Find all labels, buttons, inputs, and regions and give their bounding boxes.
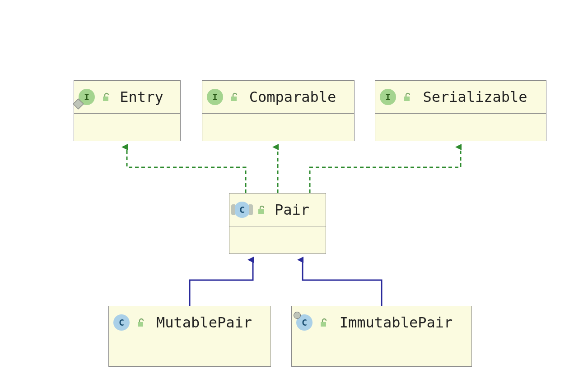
interface-icon: I bbox=[79, 89, 95, 105]
node-serializable: I Serializable bbox=[375, 80, 546, 141]
edge-pair-entry bbox=[127, 147, 246, 193]
node-header: C Pair bbox=[229, 194, 326, 226]
node-entry: I Entry bbox=[74, 80, 181, 141]
node-name: Comparable bbox=[239, 88, 350, 106]
unlock-icon bbox=[135, 318, 146, 327]
edge-mutable-pair bbox=[190, 260, 253, 306]
node-body bbox=[202, 114, 354, 141]
node-immutablepair: C ImmutablePair bbox=[291, 306, 472, 367]
node-body bbox=[292, 339, 471, 366]
interface-icon: I bbox=[380, 89, 396, 105]
node-body bbox=[375, 114, 546, 141]
unlock-icon bbox=[100, 92, 111, 102]
final-badge-icon bbox=[294, 312, 301, 319]
unlock-icon bbox=[229, 92, 239, 102]
node-name: Serializable bbox=[412, 88, 541, 106]
class-icon: C bbox=[234, 202, 250, 218]
class-icon: C bbox=[113, 314, 130, 331]
node-body bbox=[109, 339, 271, 366]
node-header: C MutablePair bbox=[109, 306, 271, 339]
node-comparable: I Comparable bbox=[202, 80, 355, 141]
node-name: ImmutablePair bbox=[329, 314, 467, 331]
unlock-icon bbox=[256, 205, 266, 215]
node-name: Entry bbox=[111, 88, 176, 106]
edge-immutable-pair bbox=[303, 260, 382, 306]
uml-diagram: I Entry I Compara bbox=[0, 0, 588, 387]
node-name: MutablePair bbox=[146, 314, 266, 331]
node-mutablepair: C MutablePair bbox=[108, 306, 271, 367]
node-name: Pair bbox=[266, 201, 321, 218]
abstract-badge-icon bbox=[249, 204, 253, 215]
node-header: C ImmutablePair bbox=[292, 306, 471, 339]
node-body bbox=[229, 226, 326, 253]
edge-pair-serializable bbox=[310, 147, 461, 193]
class-icon: C bbox=[296, 314, 313, 331]
node-header: I Comparable bbox=[202, 81, 354, 114]
node-header: I Entry bbox=[74, 81, 180, 114]
node-pair: C Pair bbox=[229, 193, 326, 254]
node-body bbox=[74, 114, 180, 141]
node-header: I Serializable bbox=[375, 81, 546, 114]
unlock-icon bbox=[318, 318, 329, 327]
interface-icon: I bbox=[207, 89, 223, 105]
abstract-badge-icon bbox=[231, 204, 235, 215]
unlock-icon bbox=[401, 92, 412, 102]
